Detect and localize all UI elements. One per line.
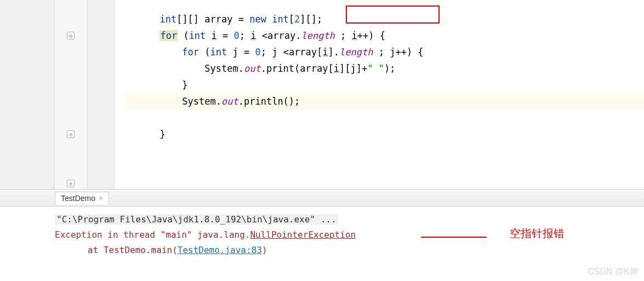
console-text: Exception in thread "main" java.lang. [55, 230, 250, 240]
code-text: ; j++) { [373, 47, 423, 58]
code-line: } [126, 77, 644, 93]
fold-icon[interactable]: ⊖ [67, 130, 75, 138]
stack-trace-link[interactable]: TestDemo.java:83 [178, 245, 262, 255]
watermark: CSDN @K嬣 [588, 266, 639, 278]
code-text: ][]; [300, 14, 322, 25]
code-line: int[][] array = new int[2][]; [126, 11, 644, 27]
number: 0 [234, 30, 240, 41]
code-line: for (int i = 0; i <array.length ; i++) { [126, 27, 644, 44]
code-text-area[interactable]: int[][] array = new int[2][]; for (int i… [115, 0, 644, 189]
console-line: "C:\Program Files\Java\jdk1.8.0_192\bin\… [55, 212, 644, 227]
code-text: .println(); [238, 96, 300, 107]
editor-margin [0, 0, 55, 189]
console-text: at TestDemo.main( [88, 245, 178, 255]
string: " " [367, 63, 384, 74]
code-line [126, 110, 644, 126]
code-text: ; j <array[i]. [261, 47, 339, 58]
exception-name: NullPointerException [250, 230, 356, 240]
code-editor: ⊖ ⊖ ⊖ int[][] array = new int[2][]; for … [0, 0, 644, 189]
field: out [221, 96, 238, 107]
annotation-underline [421, 237, 487, 238]
tab-label: TestDemo [61, 194, 95, 203]
code-text: ; i <array. [240, 30, 301, 41]
code-text: ( [199, 47, 210, 58]
run-tab[interactable]: TestDemo × [55, 192, 109, 204]
code-text: ( [178, 30, 189, 41]
code-line-highlighted: System.out.println(); [126, 93, 644, 110]
code-text: } [159, 129, 165, 140]
code-text: [ [289, 14, 294, 25]
fold-icon[interactable]: ⊖ [67, 32, 75, 39]
code-text: ; i++) { [335, 30, 385, 41]
field: length [339, 47, 373, 58]
code-text: System. [204, 63, 244, 74]
keyword: new int [249, 14, 289, 25]
code-line: } [126, 126, 644, 142]
code-text: ); [384, 63, 395, 74]
code-text: } [182, 79, 187, 90]
code-line: System.out.print(array[i][j]+" "); [126, 60, 644, 77]
gutter: ⊖ ⊖ ⊖ [55, 0, 88, 189]
keyword: int [189, 30, 206, 41]
close-icon[interactable]: × [99, 194, 103, 202]
code-text: i = [206, 30, 233, 41]
number: 2 [294, 14, 300, 25]
keyword: for [182, 47, 199, 58]
fold-icon[interactable]: ⊖ [67, 180, 75, 187]
code-text: [][] array = [176, 14, 249, 25]
console-text: ) [262, 245, 267, 255]
keyword: int [159, 14, 176, 25]
code-text: .print(array[i][j]+ [261, 63, 368, 74]
number: 0 [255, 47, 260, 58]
console-command: "C:\Program Files\Java\jdk1.8.0_192\bin\… [55, 214, 338, 225]
code-text: System. [182, 96, 221, 107]
field: out [244, 63, 261, 74]
code-text: j = [227, 47, 255, 58]
console-stack-line: at TestDemo.main(TestDemo.java:83) [55, 243, 644, 258]
code-line: for (int j = 0; j <array[i].length ; j++… [126, 44, 644, 60]
keyword: int [210, 47, 227, 58]
annotation-text: 空指针报错 [510, 226, 565, 241]
field: length [301, 30, 334, 41]
run-tab-bar: TestDemo × [0, 189, 644, 207]
gutter-secondary [88, 0, 115, 189]
keyword: for [160, 30, 177, 41]
